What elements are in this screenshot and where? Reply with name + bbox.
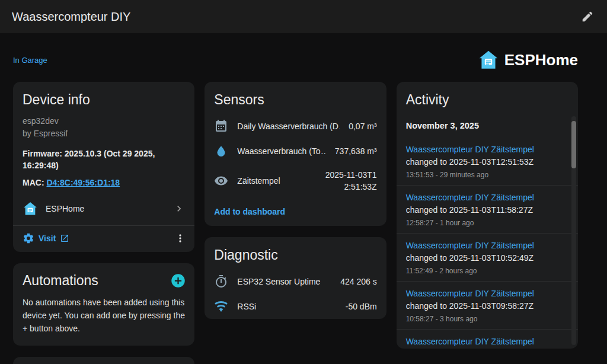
esphome-brand-name: ESPHome bbox=[504, 51, 578, 69]
esphome-logo-icon bbox=[23, 201, 38, 216]
activity-entry-change: changed to 2025-11-03T09:58:27Z bbox=[406, 301, 533, 311]
automations-card: Automations No automations have been add… bbox=[13, 263, 194, 346]
sensor-name: Daily Waasserverbrauch (D… bbox=[237, 122, 340, 131]
activity-entry-time: 12:58:27 - 1 hour ago bbox=[406, 219, 564, 227]
activity-card: Activity November 3, 2025 Waassercompteu… bbox=[397, 82, 578, 349]
mac-label: MAC: bbox=[23, 178, 44, 187]
subheader: In Garage ESPHome bbox=[13, 49, 578, 71]
device-model: esp32dev bbox=[23, 115, 185, 127]
entity-link[interactable]: Waassercompteur DIY Zäitstempel bbox=[406, 337, 534, 346]
activity-title: Activity bbox=[397, 82, 578, 114]
automations-title: Automations bbox=[23, 273, 98, 289]
sensor-value: 737,638 m³ bbox=[335, 145, 377, 157]
partial-card bbox=[13, 357, 194, 364]
activity-entry[interactable]: Waassercompteur DIY Zäitstempel changed … bbox=[397, 138, 578, 185]
device-info-block: esp32dev by Espressif Firmware: 2025.10.… bbox=[13, 114, 194, 187]
visit-label: Visit bbox=[39, 234, 56, 243]
page-title: Waassercompteur DIY bbox=[12, 10, 130, 24]
activity-entry-time: 13:51:53 - 29 minutes ago bbox=[406, 171, 564, 179]
diagnostic-row-uptime[interactable]: ESP32 Sensor Uptime 424 206 s bbox=[205, 269, 386, 294]
entity-link[interactable]: Waassercompteur DIY Zäitstempel bbox=[406, 241, 534, 250]
sensor-value: 0,07 m³ bbox=[349, 120, 376, 132]
activity-entry[interactable]: Waassercompteur DIY Zäitstempel changed bbox=[397, 329, 578, 349]
column-middle: Sensors Daily Waasserverbrauch (D… 0,07 … bbox=[205, 82, 386, 319]
device-mac: MAC: D4:8C:49:56:D1:18 bbox=[23, 178, 185, 187]
integration-name: ESPHome bbox=[46, 204, 84, 213]
column-right: Activity November 3, 2025 Waassercompteu… bbox=[397, 82, 578, 349]
activity-entry[interactable]: Waassercompteur DIY Zäitstempel changed … bbox=[397, 233, 578, 281]
activity-entry-change: changed to 2025-11-03T12:51:53Z bbox=[406, 157, 533, 167]
activity-entry-text: Waassercompteur DIY Zäitstempel changed … bbox=[406, 288, 564, 312]
edit-pencil-icon[interactable] bbox=[581, 10, 594, 23]
sensor-row-timestamp[interactable]: Zäitstempel 2025-11-03T12:51:53Z bbox=[205, 164, 386, 198]
activity-entry-change: changed to 2025-11-03T11:58:27Z bbox=[406, 205, 533, 215]
activity-date-header: November 3, 2025 bbox=[397, 114, 578, 138]
activity-entry-text: Waassercompteur DIY Zäitstempel changed … bbox=[406, 191, 564, 216]
chevron-right-icon bbox=[173, 203, 185, 215]
sensor-name: Waasserverbrauch (To… bbox=[237, 146, 326, 156]
automations-header: Automations bbox=[13, 263, 194, 290]
main-content: In Garage ESPHome Device info esp32dev bbox=[0, 49, 607, 364]
integration-row-esphome[interactable]: ESPHome bbox=[13, 192, 194, 225]
device-firmware: Firmware: 2025.10.3 (Oct 29 2025, 16:29:… bbox=[23, 148, 185, 171]
diagnostic-value: 424 206 s bbox=[340, 276, 377, 288]
add-to-dashboard-link[interactable]: Add to dashboard bbox=[205, 198, 386, 226]
activity-entry-time: 10:58:27 - 3 hours ago bbox=[406, 315, 564, 323]
activity-entry[interactable]: Waassercompteur DIY Zäitstempel changed … bbox=[397, 281, 578, 329]
wifi-icon bbox=[214, 299, 228, 314]
automations-empty-text: No automations have been added using thi… bbox=[13, 290, 194, 346]
device-info-card: Device info esp32dev by Espressif Firmwa… bbox=[13, 82, 194, 252]
visit-row: Visit bbox=[13, 226, 194, 252]
diagnostic-value: -50 dBm bbox=[346, 301, 377, 312]
entity-link[interactable]: Waassercompteur DIY Zäitstempel bbox=[406, 193, 534, 202]
activity-entry[interactable]: Waassercompteur DIY Zäitstempel changed … bbox=[397, 185, 578, 233]
esphome-logo-icon bbox=[478, 49, 499, 71]
area-link[interactable]: In Garage bbox=[13, 56, 47, 65]
calendar-icon bbox=[214, 119, 228, 133]
water-drop-icon bbox=[214, 144, 228, 158]
entity-link[interactable]: Waassercompteur DIY Zäitstempel bbox=[406, 145, 534, 154]
column-left: Device info esp32dev by Espressif Firmwa… bbox=[13, 82, 194, 364]
device-info-title: Device info bbox=[13, 82, 194, 114]
card-columns: Device info esp32dev by Espressif Firmwa… bbox=[13, 82, 578, 364]
app-header: Waassercompteur DIY bbox=[0, 0, 607, 33]
gear-icon bbox=[23, 232, 34, 244]
sensor-name: Zäitstempel bbox=[237, 176, 311, 186]
timer-icon bbox=[214, 274, 228, 289]
diagnostic-row-rssi[interactable]: RSSi -50 dBm bbox=[205, 294, 386, 319]
mac-address-link[interactable]: D4:8C:49:56:D1:18 bbox=[46, 178, 120, 187]
sensor-row-total-consumption[interactable]: Waasserverbrauch (To… 737,638 m³ bbox=[205, 139, 386, 164]
diagnostic-name: ESP32 Sensor Uptime bbox=[237, 277, 331, 286]
add-automation-button[interactable] bbox=[170, 273, 186, 289]
diagnostic-title: Diagnostic bbox=[205, 237, 386, 269]
sensors-card: Sensors Daily Waasserverbrauch (D… 0,07 … bbox=[205, 82, 386, 226]
sensor-value: 2025-11-03T12:51:53Z bbox=[320, 169, 377, 193]
activity-entry-text: Waassercompteur DIY Zäitstempel changed … bbox=[406, 143, 564, 168]
open-in-new-icon bbox=[60, 234, 69, 243]
diagnostic-card: Diagnostic ESP32 Sensor Uptime 424 206 s… bbox=[205, 237, 386, 319]
activity-scrollbar-thumb[interactable] bbox=[571, 121, 576, 168]
eye-icon bbox=[214, 174, 228, 188]
visit-button[interactable]: Visit bbox=[23, 232, 69, 244]
activity-entry-text: Waassercompteur DIY Zäitstempel changed … bbox=[406, 240, 564, 264]
entity-link[interactable]: Waassercompteur DIY Zäitstempel bbox=[406, 289, 534, 298]
overflow-menu-icon[interactable] bbox=[174, 232, 186, 244]
activity-entry-change: changed to 2025-11-03T10:52:49Z bbox=[406, 253, 533, 263]
diagnostic-name: RSSi bbox=[237, 302, 336, 311]
sensors-title: Sensors bbox=[205, 82, 386, 114]
esphome-branding: ESPHome bbox=[478, 49, 578, 71]
sensor-row-daily-consumption[interactable]: Daily Waasserverbrauch (D… 0,07 m³ bbox=[205, 114, 386, 139]
activity-entry-text: Waassercompteur DIY Zäitstempel changed bbox=[406, 336, 564, 349]
device-manufacturer: by Espressif bbox=[23, 127, 185, 140]
activity-entry-time: 11:52:49 - 2 hours ago bbox=[406, 267, 564, 275]
